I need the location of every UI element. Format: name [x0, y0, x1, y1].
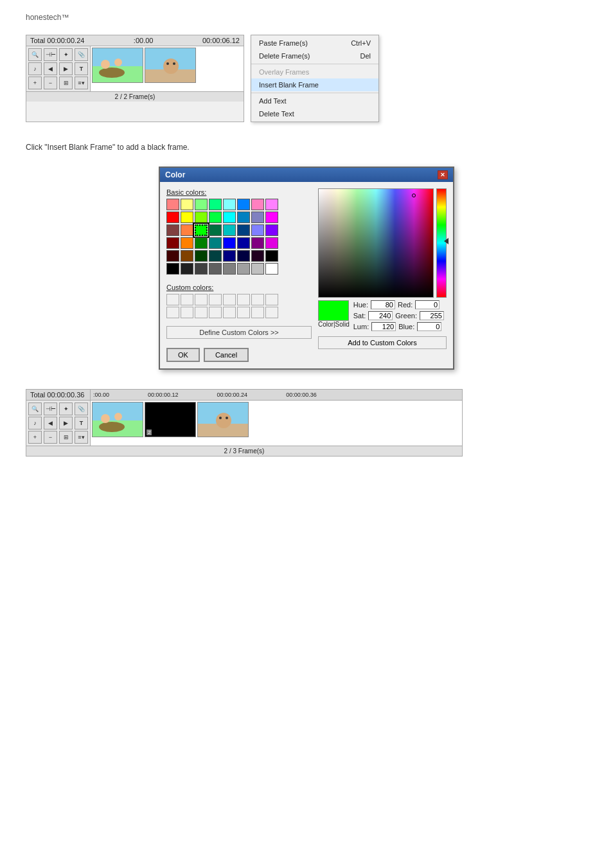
swatch-45[interactable]: [237, 263, 250, 275]
ctx-delete-frames[interactable]: Delete Frame(s) Del: [251, 50, 378, 62]
define-custom-colors-button[interactable]: Define Custom Colors >>: [166, 326, 312, 339]
swatch-32[interactable]: [166, 250, 179, 262]
swatch-0[interactable]: [166, 199, 179, 210]
custom-11[interactable]: [209, 307, 222, 318]
custom-4[interactable]: [223, 294, 236, 305]
blue-input[interactable]: [417, 322, 441, 331]
tool2-fx[interactable]: ✦: [59, 402, 73, 415]
frame2-thumb-1[interactable]: 1: [92, 402, 143, 437]
tool2-audio[interactable]: ♪: [28, 417, 42, 429]
tool2-zoom[interactable]: 🔍: [28, 402, 42, 415]
swatch-46[interactable]: [251, 263, 264, 275]
green-input[interactable]: [420, 311, 444, 320]
swatch-9[interactable]: [181, 212, 193, 223]
dialog-close-button[interactable]: ✕: [438, 170, 448, 179]
swatch-43[interactable]: [209, 263, 222, 275]
tool-back[interactable]: ◀: [44, 62, 57, 75]
custom-7[interactable]: [265, 294, 278, 305]
swatch-33[interactable]: [181, 250, 193, 262]
add-to-custom-colors-button[interactable]: Add to Custom Colors: [318, 336, 447, 349]
tool2-add[interactable]: +: [28, 431, 42, 444]
tool2-remove[interactable]: −: [44, 431, 57, 444]
swatch-20[interactable]: [223, 224, 236, 236]
tool-audio[interactable]: ♪: [28, 62, 42, 75]
swatch-7[interactable]: [265, 199, 278, 210]
hue-slider[interactable]: [436, 188, 447, 298]
frame-thumb-2[interactable]: 2: [145, 48, 196, 83]
frame-thumb-1[interactable]: 1: [92, 48, 143, 83]
swatch-31[interactable]: [265, 237, 278, 249]
swatch-11[interactable]: [209, 212, 222, 223]
custom-13[interactable]: [237, 307, 250, 318]
swatch-19[interactable]: [209, 224, 222, 236]
ctx-delete-text[interactable]: Delete Text: [251, 107, 378, 120]
tool-zoom2[interactable]: ⊞: [59, 77, 73, 89]
tool-menu[interactable]: ≡▾: [75, 77, 88, 89]
custom-8[interactable]: [166, 307, 179, 318]
tool-play[interactable]: ▶: [59, 62, 73, 75]
tool2-menu[interactable]: ≡▾: [75, 431, 88, 444]
frame2-thumb-2[interactable]: 2: [145, 402, 196, 437]
swatch-8[interactable]: [166, 212, 179, 223]
swatch-25[interactable]: [181, 237, 193, 249]
custom-15[interactable]: [265, 307, 278, 318]
tool2-clip[interactable]: 📎: [75, 402, 88, 415]
swatch-27[interactable]: [209, 237, 222, 249]
lum-input[interactable]: [371, 322, 396, 331]
tool2-trim[interactable]: ⊣⊢: [44, 402, 57, 415]
swatch-15[interactable]: [265, 212, 278, 223]
swatch-6[interactable]: [251, 199, 264, 210]
ok-button[interactable]: OK: [166, 348, 200, 362]
tool2-back[interactable]: ◀: [44, 417, 57, 429]
hue-input[interactable]: [371, 300, 395, 309]
swatch-40[interactable]: [166, 263, 179, 275]
swatch-18[interactable]: [195, 224, 208, 236]
swatch-26[interactable]: [195, 237, 208, 249]
tool-trim[interactable]: ⊣⊢: [44, 48, 57, 61]
swatch-34[interactable]: [195, 250, 208, 262]
tool2-play[interactable]: ▶: [59, 417, 73, 429]
swatch-12[interactable]: [223, 212, 236, 223]
swatch-23[interactable]: [265, 224, 278, 236]
swatch-42[interactable]: [195, 263, 208, 275]
swatch-38[interactable]: [251, 250, 264, 262]
swatch-44[interactable]: [223, 263, 236, 275]
swatch-10[interactable]: [195, 212, 208, 223]
swatch-35[interactable]: [209, 250, 222, 262]
ctx-insert-blank[interactable]: Insert Blank Frame: [251, 78, 378, 91]
swatch-14[interactable]: [251, 212, 264, 223]
custom-9[interactable]: [181, 307, 193, 318]
swatch-4[interactable]: [223, 199, 236, 210]
swatch-3[interactable]: [209, 199, 222, 210]
swatch-22[interactable]: [251, 224, 264, 236]
tool-fx[interactable]: ✦: [59, 48, 73, 61]
swatch-1[interactable]: [181, 199, 193, 210]
swatch-13[interactable]: [237, 212, 250, 223]
ctx-paste-frames[interactable]: Paste Frame(s) Ctrl+V: [251, 37, 378, 50]
tool-add[interactable]: +: [28, 77, 42, 89]
tool2-text[interactable]: T: [75, 417, 88, 429]
cancel-button[interactable]: Cancel: [204, 348, 249, 362]
custom-12[interactable]: [223, 307, 236, 318]
custom-10[interactable]: [195, 307, 208, 318]
tool-zoom[interactable]: 🔍: [28, 48, 42, 61]
swatch-2[interactable]: [195, 199, 208, 210]
swatch-24[interactable]: [166, 237, 179, 249]
swatch-41[interactable]: [181, 263, 193, 275]
sat-input[interactable]: [368, 311, 393, 320]
red-input[interactable]: [415, 300, 440, 309]
custom-5[interactable]: [237, 294, 250, 305]
swatch-37[interactable]: [237, 250, 250, 262]
swatch-16[interactable]: [166, 224, 179, 236]
swatch-30[interactable]: [251, 237, 264, 249]
swatch-29[interactable]: [237, 237, 250, 249]
swatch-28[interactable]: [223, 237, 236, 249]
tool-clip[interactable]: 📎: [75, 48, 88, 61]
swatch-21[interactable]: [237, 224, 250, 236]
tool-text[interactable]: T: [75, 62, 88, 75]
swatch-17[interactable]: [181, 224, 193, 236]
color-picker-gradient[interactable]: [318, 188, 434, 298]
frame2-thumb-3[interactable]: 3: [197, 402, 249, 437]
custom-6[interactable]: [251, 294, 264, 305]
custom-2[interactable]: [195, 294, 208, 305]
